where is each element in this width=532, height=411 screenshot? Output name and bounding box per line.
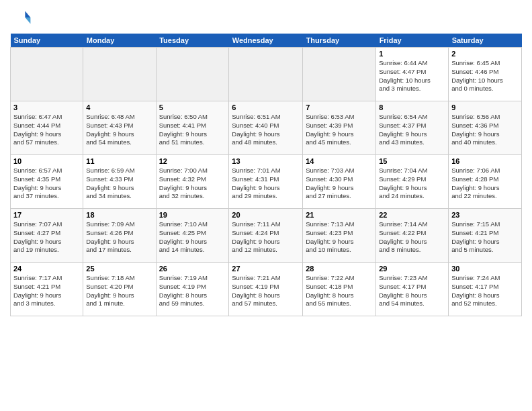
- svg-marker-0: [25, 11, 30, 17]
- day-info: Sunrise: 6:47 AM Sunset: 4:44 PM Dayligh…: [13, 113, 80, 147]
- day-number: 27: [232, 265, 300, 273]
- calendar-cell: 18Sunrise: 7:09 AM Sunset: 4:26 PM Dayli…: [83, 209, 156, 263]
- weekday-header: Monday: [83, 34, 156, 48]
- day-number: 24: [13, 265, 80, 273]
- weekday-header: Wednesday: [229, 34, 303, 48]
- calendar-cell: 6Sunrise: 6:51 AM Sunset: 4:40 PM Daylig…: [229, 101, 303, 155]
- day-info: Sunrise: 6:53 AM Sunset: 4:39 PM Dayligh…: [306, 113, 373, 147]
- day-info: Sunrise: 7:22 AM Sunset: 4:18 PM Dayligh…: [306, 274, 373, 308]
- day-info: Sunrise: 7:10 AM Sunset: 4:25 PM Dayligh…: [159, 220, 226, 255]
- day-info: Sunrise: 7:18 AM Sunset: 4:20 PM Dayligh…: [86, 274, 152, 308]
- day-info: Sunrise: 6:57 AM Sunset: 4:35 PM Dayligh…: [13, 167, 80, 201]
- day-info: Sunrise: 7:19 AM Sunset: 4:19 PM Dayligh…: [159, 274, 226, 308]
- day-info: Sunrise: 7:01 AM Sunset: 4:31 PM Dayligh…: [232, 167, 300, 201]
- calendar-cell: 24Sunrise: 7:17 AM Sunset: 4:21 PM Dayli…: [11, 263, 83, 316]
- day-number: 10: [13, 157, 80, 165]
- calendar-cell: [11, 48, 83, 101]
- day-number: 1: [379, 50, 445, 58]
- day-number: 14: [306, 157, 373, 165]
- day-number: 22: [379, 211, 445, 219]
- calendar-cell: 26Sunrise: 7:19 AM Sunset: 4:19 PM Dayli…: [156, 263, 229, 316]
- day-number: 19: [159, 211, 226, 219]
- calendar-cell: 29Sunrise: 7:23 AM Sunset: 4:17 PM Dayli…: [376, 263, 449, 316]
- day-number: 28: [306, 265, 373, 273]
- day-number: 18: [86, 211, 152, 219]
- calendar-cell: 15Sunrise: 7:04 AM Sunset: 4:29 PM Dayli…: [376, 155, 449, 209]
- day-number: 3: [13, 103, 80, 111]
- day-number: 2: [451, 50, 519, 58]
- day-info: Sunrise: 7:06 AM Sunset: 4:28 PM Dayligh…: [451, 167, 519, 201]
- calendar-cell: 5Sunrise: 6:50 AM Sunset: 4:41 PM Daylig…: [156, 101, 229, 155]
- day-number: 13: [232, 157, 300, 165]
- calendar-header-row: SundayMondayTuesdayWednesdayThursdayFrid…: [11, 34, 522, 48]
- calendar-cell: 4Sunrise: 6:48 AM Sunset: 4:43 PM Daylig…: [83, 101, 156, 155]
- day-info: Sunrise: 7:03 AM Sunset: 4:30 PM Dayligh…: [306, 167, 373, 201]
- day-info: Sunrise: 7:15 AM Sunset: 4:21 PM Dayligh…: [451, 220, 519, 255]
- day-info: Sunrise: 6:51 AM Sunset: 4:40 PM Dayligh…: [232, 113, 300, 147]
- calendar-cell: 14Sunrise: 7:03 AM Sunset: 4:30 PM Dayli…: [303, 155, 376, 209]
- day-number: 15: [379, 157, 445, 165]
- weekday-header: Friday: [376, 34, 449, 48]
- day-number: 16: [451, 157, 519, 165]
- calendar-cell: 7Sunrise: 6:53 AM Sunset: 4:39 PM Daylig…: [303, 101, 376, 155]
- day-info: Sunrise: 7:23 AM Sunset: 4:17 PM Dayligh…: [379, 274, 445, 308]
- calendar: SundayMondayTuesdayWednesdayThursdayFrid…: [10, 34, 522, 316]
- calendar-cell: 3Sunrise: 6:47 AM Sunset: 4:44 PM Daylig…: [11, 101, 83, 155]
- day-info: Sunrise: 7:13 AM Sunset: 4:23 PM Dayligh…: [306, 220, 373, 255]
- day-info: Sunrise: 7:24 AM Sunset: 4:17 PM Dayligh…: [451, 274, 519, 308]
- calendar-week-row: 10Sunrise: 6:57 AM Sunset: 4:35 PM Dayli…: [11, 155, 522, 209]
- day-info: Sunrise: 6:45 AM Sunset: 4:46 PM Dayligh…: [451, 59, 519, 93]
- day-number: 20: [232, 211, 300, 219]
- calendar-week-row: 24Sunrise: 7:17 AM Sunset: 4:21 PM Dayli…: [11, 263, 522, 316]
- calendar-cell: 13Sunrise: 7:01 AM Sunset: 4:31 PM Dayli…: [229, 155, 303, 209]
- day-number: 29: [379, 265, 445, 273]
- weekday-header: Tuesday: [156, 34, 229, 48]
- calendar-week-row: 1Sunrise: 6:44 AM Sunset: 4:47 PM Daylig…: [11, 48, 522, 101]
- day-number: 12: [159, 157, 226, 165]
- day-info: Sunrise: 7:14 AM Sunset: 4:22 PM Dayligh…: [379, 220, 445, 255]
- day-number: 6: [232, 103, 300, 111]
- weekday-header: Thursday: [303, 34, 376, 48]
- calendar-cell: [303, 48, 376, 101]
- day-number: 30: [451, 265, 519, 273]
- day-number: 26: [159, 265, 226, 273]
- day-info: Sunrise: 6:48 AM Sunset: 4:43 PM Dayligh…: [86, 113, 152, 147]
- calendar-cell: 12Sunrise: 7:00 AM Sunset: 4:32 PM Dayli…: [156, 155, 229, 209]
- day-info: Sunrise: 7:17 AM Sunset: 4:21 PM Dayligh…: [13, 274, 80, 308]
- calendar-cell: 1Sunrise: 6:44 AM Sunset: 4:47 PM Daylig…: [376, 48, 449, 101]
- day-number: 23: [451, 211, 519, 219]
- day-number: 17: [13, 211, 80, 219]
- calendar-cell: [229, 48, 303, 101]
- day-number: 25: [86, 265, 152, 273]
- day-info: Sunrise: 6:59 AM Sunset: 4:33 PM Dayligh…: [86, 167, 152, 201]
- day-info: Sunrise: 6:56 AM Sunset: 4:36 PM Dayligh…: [451, 113, 519, 147]
- day-info: Sunrise: 7:21 AM Sunset: 4:19 PM Dayligh…: [232, 274, 300, 308]
- calendar-cell: 23Sunrise: 7:15 AM Sunset: 4:21 PM Dayli…: [449, 209, 522, 263]
- day-info: Sunrise: 7:04 AM Sunset: 4:29 PM Dayligh…: [379, 167, 445, 201]
- calendar-week-row: 17Sunrise: 7:07 AM Sunset: 4:27 PM Dayli…: [11, 209, 522, 263]
- day-info: Sunrise: 6:50 AM Sunset: 4:41 PM Dayligh…: [159, 113, 226, 147]
- day-number: 5: [159, 103, 226, 111]
- calendar-cell: 27Sunrise: 7:21 AM Sunset: 4:19 PM Dayli…: [229, 263, 303, 316]
- calendar-cell: 8Sunrise: 6:54 AM Sunset: 4:37 PM Daylig…: [376, 101, 449, 155]
- calendar-cell: [156, 48, 229, 101]
- day-number: 11: [86, 157, 152, 165]
- calendar-cell: 28Sunrise: 7:22 AM Sunset: 4:18 PM Dayli…: [303, 263, 376, 316]
- day-info: Sunrise: 7:11 AM Sunset: 4:24 PM Dayligh…: [232, 220, 300, 255]
- calendar-cell: 21Sunrise: 7:13 AM Sunset: 4:23 PM Dayli…: [303, 209, 376, 263]
- calendar-cell: 9Sunrise: 6:56 AM Sunset: 4:36 PM Daylig…: [449, 101, 522, 155]
- calendar-cell: 10Sunrise: 6:57 AM Sunset: 4:35 PM Dayli…: [11, 155, 83, 209]
- header: [10, 7, 522, 28]
- day-info: Sunrise: 6:54 AM Sunset: 4:37 PM Dayligh…: [379, 113, 445, 147]
- day-info: Sunrise: 7:07 AM Sunset: 4:27 PM Dayligh…: [13, 220, 80, 255]
- calendar-cell: 11Sunrise: 6:59 AM Sunset: 4:33 PM Dayli…: [83, 155, 156, 209]
- svg-marker-1: [25, 17, 30, 24]
- day-info: Sunrise: 7:00 AM Sunset: 4:32 PM Dayligh…: [159, 167, 226, 201]
- calendar-cell: 16Sunrise: 7:06 AM Sunset: 4:28 PM Dayli…: [449, 155, 522, 209]
- day-number: 9: [451, 103, 519, 111]
- day-info: Sunrise: 7:09 AM Sunset: 4:26 PM Dayligh…: [86, 220, 152, 255]
- weekday-header: Saturday: [449, 34, 522, 48]
- calendar-cell: 20Sunrise: 7:11 AM Sunset: 4:24 PM Dayli…: [229, 209, 303, 263]
- day-number: 8: [379, 103, 445, 111]
- day-number: 21: [306, 211, 373, 219]
